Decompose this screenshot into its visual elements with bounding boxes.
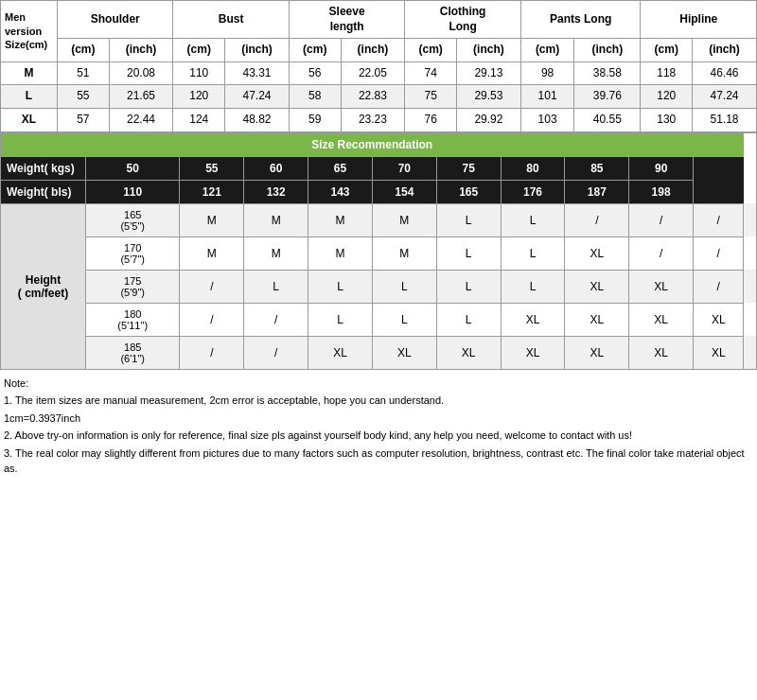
sleeve-inch-header: (inch) <box>341 39 405 62</box>
rec-cell: XL <box>694 303 744 336</box>
clothing-header: ClothingLong <box>405 1 520 39</box>
height-value: 175(5'9") <box>86 270 180 303</box>
bust-inch-cell: 43.31 <box>225 61 290 85</box>
rec-cell: M <box>308 236 373 270</box>
clothing-cm-cell: 74 <box>405 61 457 85</box>
size-cell: XL <box>1 108 58 131</box>
hipline-cm-cell: 118 <box>641 61 693 85</box>
rec-cell: XL <box>308 336 373 369</box>
sleeve-cm-header: (cm) <box>289 39 341 62</box>
shoulder-cm-header: (cm) <box>58 39 110 62</box>
rec-cell: L <box>244 270 308 303</box>
rec-cell: L <box>436 270 501 303</box>
rec-cell: L <box>501 236 565 270</box>
rec-cell: M <box>308 203 373 236</box>
size-cell: L <box>1 85 58 109</box>
height-row: Height( cm/feet) 165(5'5") MMMMLL/// <box>1 203 757 236</box>
weight-bls-7: 187 <box>565 180 629 203</box>
size-header: Men version Size(cm) <box>1 1 58 62</box>
empty-cell <box>744 303 757 336</box>
hipline-cm-header: (cm) <box>641 39 693 62</box>
hipline-inch-cell: 51.18 <box>693 108 757 131</box>
notes-section: Note: 1. The item sizes are manual measu… <box>0 370 757 484</box>
rec-cell: XL <box>629 270 694 303</box>
rec-cell: L <box>372 270 436 303</box>
rec-cell: / <box>694 270 744 303</box>
empty-cell <box>744 203 757 236</box>
notes-title: Note: <box>4 376 753 392</box>
shoulder-inch-header: (inch) <box>109 39 173 62</box>
height-label: Height( cm/feet) <box>1 203 86 369</box>
weight-kgs-row: Weight( kgs) 50 55 60 65 70 75 80 85 90 <box>1 156 757 180</box>
rec-cell: / <box>180 336 244 369</box>
rec-cell: / <box>629 203 694 236</box>
notes-line: 3. The real color may slightly different… <box>4 446 753 477</box>
clothing-cm-header: (cm) <box>405 39 457 62</box>
rec-cell: L <box>436 203 501 236</box>
height-value: 185(6'1") <box>86 336 180 369</box>
rec-cell: L <box>436 236 501 270</box>
rec-cell: XL <box>629 336 694 369</box>
size-cell: M <box>1 61 58 85</box>
weight-bls-4: 154 <box>372 180 436 203</box>
shoulder-inch-cell: 20.08 <box>109 61 173 85</box>
sleeve-inch-cell: 22.83 <box>341 85 405 109</box>
shoulder-cm-cell: 55 <box>58 85 110 109</box>
rec-cell: / <box>565 203 629 236</box>
clothing-inch-cell: 29.13 <box>456 61 520 85</box>
pants-cm-cell: 101 <box>520 85 573 109</box>
bust-cm-cell: 124 <box>173 108 225 131</box>
clothing-inch-cell: 29.92 <box>456 108 520 131</box>
notes-line: 1cm=0.3937inch <box>4 411 753 427</box>
rec-cell: / <box>694 203 744 236</box>
hipline-cm-cell: 120 <box>641 85 693 109</box>
rec-cell: XL <box>565 336 629 369</box>
weight-bls-1: 121 <box>180 180 244 203</box>
empty-cell <box>744 270 757 303</box>
pants-inch-cell: 40.55 <box>574 108 641 131</box>
hipline-inch-cell: 47.24 <box>693 85 757 109</box>
table-row: L 55 21.65 120 47.24 58 22.83 75 29.53 1… <box>1 85 757 109</box>
table-subheader-row: (cm) (inch) (cm) (inch) (cm) (inch) (cm)… <box>1 39 757 62</box>
table-header-row: Men version Size(cm) Shoulder Bust Sleev… <box>1 1 757 39</box>
empty-cell <box>744 336 757 369</box>
sleeve-inch-cell: 22.05 <box>341 61 405 85</box>
weight-kgs-7: 85 <box>565 156 629 180</box>
shoulder-cm-cell: 57 <box>58 108 110 131</box>
rec-cell: XL <box>565 236 629 270</box>
rec-cell: XL <box>565 270 629 303</box>
table-row: M 51 20.08 110 43.31 56 22.05 74 29.13 9… <box>1 61 757 85</box>
weight-kgs-8: 90 <box>629 156 694 180</box>
rec-cell: L <box>436 303 501 336</box>
hipline-inch-cell: 46.46 <box>693 61 757 85</box>
weight-bls-0: 110 <box>86 180 180 203</box>
rec-cell: / <box>694 236 744 270</box>
bust-cm-cell: 110 <box>173 61 225 85</box>
weight-bls-2: 132 <box>244 180 308 203</box>
rec-cell: XL <box>436 336 501 369</box>
bust-inch-cell: 48.82 <box>225 108 290 131</box>
pants-inch-cell: 38.58 <box>574 61 641 85</box>
shoulder-header: Shoulder <box>58 1 173 39</box>
sleeve-cm-cell: 56 <box>289 61 341 85</box>
clothing-inch-header: (inch) <box>456 39 520 62</box>
shoulder-cm-cell: 51 <box>58 61 110 85</box>
rec-cell: / <box>244 336 308 369</box>
rec-cell: XL <box>501 303 565 336</box>
height-row: 170(5'7") MMMMLLXL// <box>1 236 757 270</box>
height-row: 185(6'1") //XLXLXLXLXLXLXL <box>1 336 757 369</box>
rec-cell: / <box>244 303 308 336</box>
sleeve-header: Sleevelength <box>289 1 404 39</box>
height-value: 180(5'11") <box>86 303 180 336</box>
height-value: 165(5'5") <box>86 203 180 236</box>
rec-cell: L <box>501 270 565 303</box>
notes-line: 1. The item sizes are manual measurement… <box>4 393 753 409</box>
shoulder-inch-cell: 22.44 <box>109 108 173 131</box>
shoulder-inch-cell: 21.65 <box>109 85 173 109</box>
weight-kgs-label: Weight( kgs) <box>1 156 86 180</box>
pants-cm-cell: 103 <box>520 108 573 131</box>
rec-cell: L <box>372 303 436 336</box>
table-row: XL 57 22.44 124 48.82 59 23.23 76 29.92 … <box>1 108 757 131</box>
rec-cell: M <box>244 203 308 236</box>
recommendation-table: Size Recommendation Weight( kgs) 50 55 6… <box>0 132 757 370</box>
